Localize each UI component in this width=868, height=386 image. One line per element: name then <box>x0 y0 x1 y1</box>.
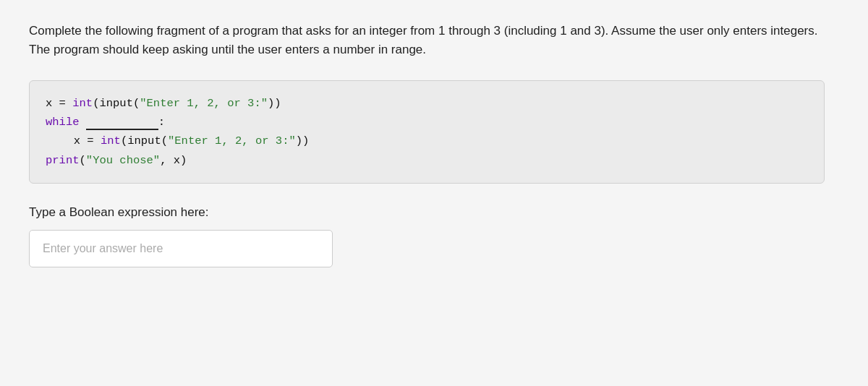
code-paren3: (input( <box>121 134 168 147</box>
answer-box[interactable] <box>29 230 333 267</box>
code-line-1: x = int(input("Enter 1, 2, or 3:")) <box>46 94 808 113</box>
code-close4: , x) <box>160 154 187 167</box>
code-colon: : <box>158 116 165 129</box>
code-close3: )) <box>296 134 310 147</box>
answer-input[interactable] <box>43 242 319 255</box>
code-x3: x = <box>74 134 101 147</box>
code-str3: "Enter 1, 2, or 3:" <box>168 134 296 147</box>
code-line-3: x = int(input("Enter 1, 2, or 3:")) <box>46 132 808 150</box>
instructions-text: Complete the following fragment of a pro… <box>29 24 817 56</box>
code-block: x = int(input("Enter 1, 2, or 3:")) whil… <box>29 80 825 184</box>
code-int1: int <box>72 97 93 110</box>
code-paren4a: ( <box>80 154 86 167</box>
code-x1: x = <box>46 97 72 110</box>
answer-label: Type a Boolean expression here: <box>29 205 839 220</box>
code-while: while <box>46 116 80 129</box>
instructions: Complete the following fragment of a pro… <box>29 22 825 60</box>
code-line-4: print("You chose", x) <box>46 151 808 170</box>
code-close1: )) <box>268 97 281 110</box>
code-int3: int <box>101 134 121 147</box>
code-line-2: while : <box>46 113 808 132</box>
code-str4: "You chose" <box>86 154 160 167</box>
code-str1: "Enter 1, 2, or 3:" <box>140 97 268 110</box>
code-paren1: (input( <box>93 97 140 110</box>
code-blank <box>86 129 158 130</box>
code-space2 <box>80 116 86 129</box>
code-print: print <box>46 154 80 167</box>
